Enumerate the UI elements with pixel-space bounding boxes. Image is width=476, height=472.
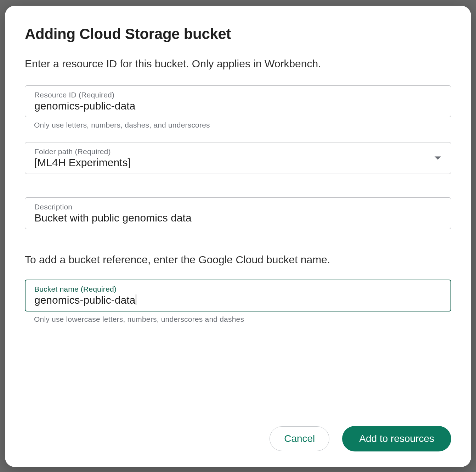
bucket-name-label: Bucket name (Required)	[34, 285, 442, 293]
bucket-name-intro: To add a bucket reference, enter the Goo…	[25, 253, 451, 267]
folder-path-label: Folder path (Required)	[34, 147, 442, 156]
description-label: Description	[34, 203, 442, 211]
text-caret-icon	[136, 294, 136, 305]
dialog-title: Adding Cloud Storage bucket	[25, 26, 451, 43]
dialog-button-row: Cancel Add to resources	[270, 426, 451, 451]
bucket-name-value-text: genomics-public-data	[34, 294, 135, 306]
resource-id-input[interactable]	[34, 100, 442, 112]
dialog-intro-text: Enter a resource ID for this bucket. Onl…	[25, 57, 451, 71]
folder-path-field[interactable]: Folder path (Required) [ML4H Experiments…	[25, 142, 451, 174]
bucket-name-input[interactable]: genomics-public-data	[34, 294, 442, 306]
chevron-down-icon	[435, 156, 441, 159]
resource-id-helper: Only use letters, numbers, dashes, and u…	[34, 121, 451, 129]
add-cloud-storage-bucket-dialog: Adding Cloud Storage bucket Enter a reso…	[5, 6, 471, 467]
resource-id-label: Resource ID (Required)	[34, 91, 442, 99]
description-input[interactable]	[34, 212, 442, 224]
folder-path-value: [ML4H Experiments]	[34, 157, 442, 169]
cancel-button[interactable]: Cancel	[270, 426, 329, 451]
bucket-name-field[interactable]: Bucket name (Required) genomics-public-d…	[25, 280, 451, 311]
add-to-resources-button[interactable]: Add to resources	[342, 426, 451, 451]
resource-id-field[interactable]: Resource ID (Required)	[25, 85, 451, 117]
bucket-name-helper: Only use lowercase letters, numbers, und…	[34, 315, 451, 324]
description-field[interactable]: Description	[25, 197, 451, 229]
